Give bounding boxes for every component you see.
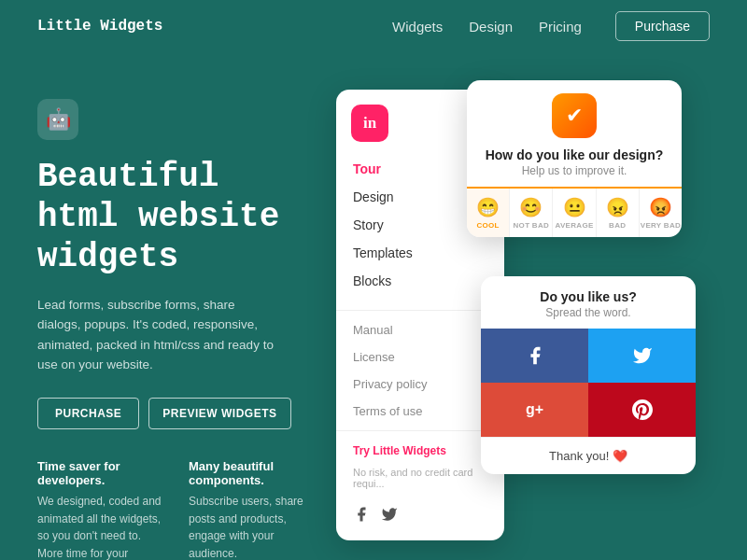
notbad-label: NOT BAD bbox=[514, 221, 550, 230]
survey-widget-card: ✔ How do you like our design? Help us to… bbox=[467, 80, 682, 237]
bad-emoji: 😠 bbox=[606, 196, 629, 218]
share-twitter-button[interactable] bbox=[588, 329, 696, 383]
widget-divider-2 bbox=[336, 430, 504, 431]
cool-emoji: 😁 bbox=[476, 196, 500, 218]
share-pinterest-button[interactable] bbox=[588, 383, 696, 437]
footer-twitter-icon[interactable] bbox=[381, 506, 398, 527]
feature-timesaver-desc: We designed, coded and animated all the … bbox=[37, 493, 166, 560]
hero-section: 🤖 Beautifulhtml websitewidgets Lead form… bbox=[37, 80, 317, 560]
main-content: 🤖 Beautifulhtml websitewidgets Lead form… bbox=[0, 52, 747, 560]
nav-link-design[interactable]: Design bbox=[469, 19, 513, 35]
notbad-emoji: 😊 bbox=[519, 196, 543, 218]
survey-emoji-cool[interactable]: 😁 COOL bbox=[467, 189, 510, 237]
feature-timesaver: Time saver for developers. We designed, … bbox=[37, 459, 166, 560]
survey-header-icon: ✔ bbox=[467, 80, 682, 147]
survey-emoji-verybad[interactable]: 😡 VERY BAD bbox=[640, 189, 682, 237]
nav-purchase-button[interactable]: Purchase bbox=[615, 11, 710, 41]
bad-label: BAD bbox=[609, 221, 626, 230]
survey-emoji-bad[interactable]: 😠 BAD bbox=[597, 189, 640, 237]
survey-emoji-average[interactable]: 😐 AVERAGE bbox=[553, 189, 596, 237]
widget-nav-license[interactable]: License bbox=[336, 343, 504, 371]
checkmark-icon: ✔ bbox=[566, 104, 583, 128]
survey-emoji-notbad[interactable]: 😊 NOT BAD bbox=[510, 189, 553, 237]
average-label: AVERAGE bbox=[555, 221, 593, 230]
feature-timesaver-title: Time saver for developers. bbox=[37, 459, 166, 487]
footer-facebook-icon[interactable] bbox=[353, 506, 370, 527]
feature-components-title: Many beautiful components. bbox=[189, 459, 317, 487]
bot-icon: 🤖 bbox=[37, 99, 78, 140]
survey-emojis: 😁 COOL 😊 NOT BAD 😐 AVERAGE 😠 BAD 😡 bbox=[467, 187, 682, 237]
widget-try-link[interactable]: Try Little Widgets bbox=[336, 437, 504, 465]
nav-link-widgets[interactable]: Widgets bbox=[392, 19, 443, 35]
widget-no-risk: No risk, and no credit card requi... bbox=[336, 465, 504, 497]
share-grid: g+ bbox=[481, 329, 696, 437]
widget-nav-privacy[interactable]: Privacy policy bbox=[336, 371, 504, 398]
navbar: Little Widgets Widgets Design Pricing Pu… bbox=[0, 0, 747, 52]
share-title: Do you like us? bbox=[481, 276, 696, 306]
nav-link-pricing[interactable]: Pricing bbox=[539, 19, 582, 35]
widget-divider-1 bbox=[336, 310, 504, 311]
gplus-icon: g+ bbox=[526, 401, 543, 418]
share-gplus-button[interactable]: g+ bbox=[481, 383, 588, 437]
survey-icon-box: ✔ bbox=[552, 93, 597, 138]
widgets-preview: in Tour Design Story Templates Blocks Ma… bbox=[336, 80, 710, 560]
cool-label: COOL bbox=[476, 221, 499, 230]
average-emoji: 😐 bbox=[563, 196, 586, 218]
site-logo: Little Widgets bbox=[37, 18, 162, 35]
features-section: Time saver for developers. We designed, … bbox=[37, 459, 317, 560]
widget-nav-templates[interactable]: Templates bbox=[336, 239, 504, 267]
verybad-emoji: 😡 bbox=[649, 196, 672, 218]
nav-links: Widgets Design Pricing bbox=[392, 19, 582, 35]
widget-social-footer bbox=[336, 497, 504, 540]
invision-logo: in bbox=[351, 105, 388, 142]
widget-nav-terms[interactable]: Terms of use bbox=[336, 398, 504, 425]
feature-components-desc: Subscribe users, share posts and product… bbox=[189, 493, 317, 560]
survey-subtitle: Help us to improve it. bbox=[467, 164, 682, 187]
hero-description: Lead forms, subscribe forms, share dialo… bbox=[37, 295, 280, 375]
hero-purchase-button[interactable]: PURCHASE bbox=[37, 398, 139, 429]
share-thankyou: Thank you! ❤️ bbox=[481, 437, 696, 474]
feature-components: Many beautiful components. Subscribe use… bbox=[189, 459, 317, 560]
verybad-label: VERY BAD bbox=[641, 221, 681, 230]
hero-preview-button[interactable]: PREVIEW WIDGETS bbox=[148, 398, 290, 429]
survey-title: How do you like our design? bbox=[467, 147, 682, 164]
hero-title: Beautifulhtml websitewidgets bbox=[37, 157, 317, 278]
share-widget-card: Do you like us? Spread the word. g+ Than… bbox=[481, 276, 696, 474]
widget-nav-blocks[interactable]: Blocks bbox=[336, 267, 504, 295]
share-subtitle: Spread the word. bbox=[481, 306, 696, 329]
share-facebook-button[interactable] bbox=[481, 329, 588, 383]
widget-nav-manual[interactable]: Manual bbox=[336, 316, 504, 343]
hero-buttons: PURCHASE PREVIEW WIDGETS bbox=[37, 398, 317, 429]
